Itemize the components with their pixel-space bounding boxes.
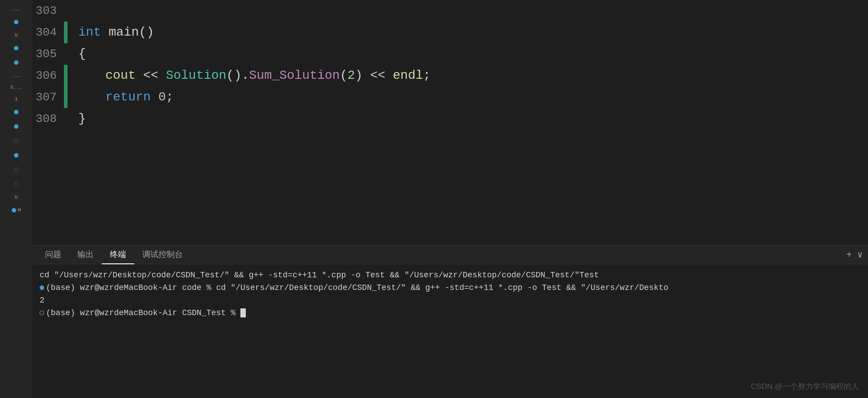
sidebar-dot-2 [14, 46, 18, 50]
terminal-tabs: 问题 输出 终端 调试控制台 + ∨ [32, 245, 868, 264]
line-number-308: 308 [32, 108, 64, 130]
sidebar-dot-4 [14, 110, 18, 114]
line-content-303 [68, 0, 868, 22]
line-content-306: cout << Solution (). Sum_Solution ( 2 ) … [68, 65, 868, 86]
line-number-303: 303 [32, 0, 64, 22]
line-gutter-304 [64, 22, 68, 43]
code-area[interactable]: 303 304 int main() 305 { 306 co [32, 0, 868, 245]
number-2: 2 [348, 65, 355, 86]
sidebar-ellipsis-2: ... [12, 73, 21, 78]
line-content-307: return 0 ; [68, 86, 868, 108]
line-content-308: } [68, 108, 868, 130]
terminal-plus-button[interactable]: + ∨ [846, 249, 863, 260]
terminal-cursor [240, 308, 246, 317]
terminal-line-3: 2 [40, 294, 861, 307]
keyword-return: return [105, 86, 151, 108]
line-gutter-306 [64, 65, 68, 86]
line-gutter-307 [64, 86, 68, 108]
sidebar-label-m: M [18, 208, 21, 213]
terminal-line-2: (base) wzr@wzrdeMacBook-Air code % cd "/… [40, 281, 861, 294]
line-content-304: int main() [68, 22, 868, 43]
code-line-305: 305 { [32, 43, 868, 65]
sidebar-ellipsis-1: ... [12, 6, 21, 12]
tab-problems[interactable]: 问题 [37, 245, 69, 264]
code-line-306: 306 cout << Solution (). Sum_Solution ( … [32, 65, 868, 86]
line-gutter-305 [64, 43, 68, 65]
sidebar-dot-3 [14, 60, 18, 65]
sidebar: ... U ... S... 1 U M [0, 0, 32, 398]
keyword-int: int [78, 22, 101, 43]
method-sum-solution: Sum_Solution [249, 65, 340, 86]
terminal-panel: 问题 输出 终端 调试控制台 + ∨ cd "/Users/wzr/Deskto… [32, 245, 868, 398]
terminal-dot-active [40, 285, 44, 290]
tab-terminal[interactable]: 终端 [102, 245, 134, 264]
sidebar-dot-empty-1 [14, 139, 18, 143]
terminal-line-1: cd "/Users/wzr/Desktop/code/CSDN_Test/" … [40, 269, 861, 281]
sidebar-label-u2: U [15, 194, 18, 200]
code-line-303: 303 [32, 0, 868, 22]
keyword-endl: endl [393, 65, 423, 86]
line-number-305: 305 [32, 43, 64, 65]
code-line-308: 308 } [32, 108, 868, 130]
editor-main: 303 304 int main() 305 { 306 co [32, 0, 868, 398]
line-number-304: 304 [32, 22, 64, 43]
sidebar-dot-empty-2 [14, 167, 18, 172]
class-solution: Solution [166, 65, 226, 86]
line-content-305: { [68, 43, 868, 65]
number-0: 0 [158, 86, 166, 108]
code-line-307: 307 return 0 ; [32, 86, 868, 108]
sidebar-dot-1 [14, 20, 18, 24]
line-number-306: 306 [32, 65, 64, 86]
terminal-dot-inactive [40, 311, 44, 315]
sidebar-dot-7 [12, 208, 16, 213]
keyword-cout: cout [105, 65, 136, 86]
sidebar-label-u1: U [15, 32, 18, 38]
line-gutter-308 [64, 108, 68, 130]
line-gutter-303 [64, 0, 68, 22]
sidebar-dot-empty-3 [14, 182, 18, 186]
tab-debug-console[interactable]: 调试控制台 [134, 245, 191, 264]
sidebar-label-s: S... [10, 85, 22, 90]
sidebar-dot-5 [14, 124, 18, 129]
terminal-content[interactable]: cd "/Users/wzr/Desktop/code/CSDN_Test/" … [32, 264, 868, 398]
sidebar-label-1: 1 [15, 96, 18, 102]
tab-output[interactable]: 输出 [69, 245, 102, 264]
sidebar-dot-6 [14, 153, 18, 158]
terminal-line-4: (base) wzr@wzrdeMacBook-Air CSDN_Test % [40, 307, 861, 319]
line-number-307: 307 [32, 86, 64, 108]
code-line-304: 304 int main() [32, 22, 868, 43]
